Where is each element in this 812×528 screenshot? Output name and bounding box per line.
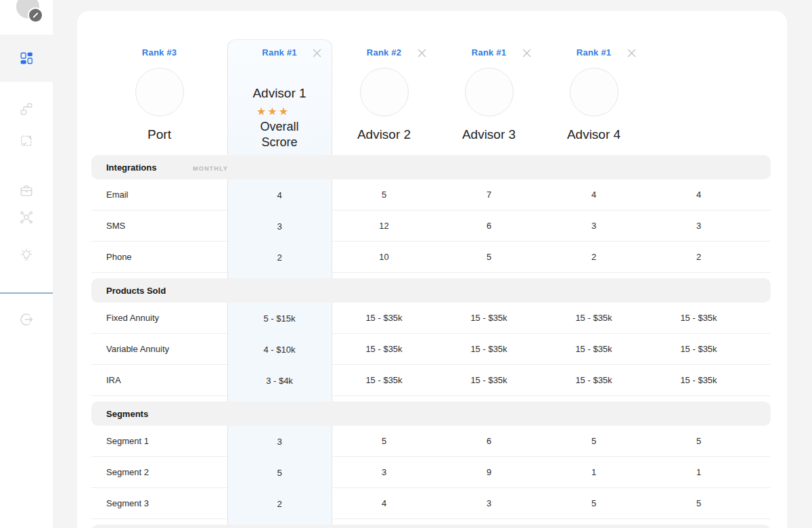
row-label: Segment 1 — [91, 426, 227, 457]
table-row: Segment 253911 — [91, 457, 771, 488]
briefcase-icon — [19, 183, 34, 198]
row-filler — [751, 365, 771, 396]
close-column-button[interactable] — [417, 48, 426, 58]
metric-value-cell: 5 — [227, 457, 332, 488]
metric-value-cell: 15 - $35k — [541, 334, 646, 365]
metric-value-cell: 4 — [227, 179, 332, 211]
edit-avatar-button[interactable] — [28, 7, 43, 23]
close-icon — [313, 49, 321, 58]
row-label: SMS — [91, 211, 227, 242]
metric-value-cell: 15 - $35k — [332, 365, 436, 396]
metric-value-cell: 15 - $35k — [332, 303, 436, 334]
section-header — [91, 525, 771, 528]
column-header-advisor-4: Rank #1Advisor 4 — [541, 39, 646, 155]
metric-value-cell: 4 — [332, 488, 436, 519]
metric-value-cell: 3 — [227, 426, 332, 457]
close-column-button[interactable] — [522, 48, 531, 58]
section-header: Products Sold — [91, 278, 771, 303]
table-row: Segment 135655 — [91, 426, 771, 457]
workflow-nodes-icon — [19, 102, 34, 116]
table-row: IRA3 - $4k15 - $35k15 - $35k15 - $35k15 … — [91, 365, 771, 396]
column-header-advisor-1: Rank #1Advisor 1★★★Overall Scrore — [227, 39, 332, 155]
metric-value-cell: 1 — [646, 457, 751, 488]
metric-value-cell: 4 — [541, 179, 646, 211]
metric-value-cell: 3 — [227, 211, 332, 242]
metric-value-cell: 15 - $35k — [436, 334, 541, 365]
table-row: SMS312633 — [91, 211, 771, 242]
sidebar-item-network[interactable] — [0, 198, 53, 236]
metric-value-cell: 4 — [646, 179, 751, 211]
section-title: Products Sold — [106, 286, 166, 296]
document-dashed-icon — [19, 133, 34, 148]
metric-value-cell: 5 — [646, 488, 751, 519]
metric-value-cell: 15 - $35k — [646, 334, 751, 365]
close-icon — [418, 49, 426, 58]
metric-value-cell: 3 — [436, 488, 541, 519]
sidebar-item-documents[interactable] — [0, 122, 53, 160]
metric-value-cell: 4 - $10k — [227, 334, 332, 365]
metric-value-cell: 5 — [646, 426, 751, 457]
avatar-circle — [135, 68, 184, 116]
metric-value-cell: 15 - $35k — [541, 365, 646, 396]
user-avatar[interactable] — [0, 0, 53, 32]
table-body: IntegrationsMONTHLYEmail45744SMS312633Ph… — [91, 155, 771, 528]
close-column-button[interactable] — [627, 48, 636, 58]
row-label: Segment 2 — [91, 457, 227, 488]
row-filler — [751, 488, 771, 519]
sidebar-item-ideas[interactable] — [0, 236, 53, 274]
column-headers-row: Rank #3PortRank #1Advisor 1★★★Overall Sc… — [91, 39, 771, 155]
sidebar-item-dashboard[interactable] — [0, 35, 53, 82]
header-filler — [646, 39, 751, 155]
close-icon — [627, 49, 636, 58]
metric-value-cell: 3 — [646, 211, 751, 242]
comparison-table: Rank #3PortRank #1Advisor 1★★★Overall Sc… — [91, 39, 771, 528]
row-filler — [751, 457, 771, 488]
row-filler — [751, 426, 771, 457]
metric-value-cell: 15 - $35k — [436, 365, 541, 396]
score-block: ★★★Overall Scrore — [256, 105, 302, 150]
metric-value-cell: 10 — [332, 242, 436, 273]
metric-value-cell: 15 - $35k — [332, 334, 436, 365]
table-row: Segment 324355 — [91, 488, 771, 519]
metric-value-cell: 3 - $4k — [227, 365, 332, 396]
comparison-card: Rank #3PortRank #1Advisor 1★★★Overall Sc… — [77, 11, 787, 528]
section-title: Segments — [106, 409, 148, 419]
advisor-name: Advisor 1 — [227, 86, 332, 101]
row-label: Variable Annuity — [91, 334, 227, 365]
logout-icon — [18, 311, 35, 328]
edit-pencil-icon — [32, 12, 39, 19]
metric-value-cell: 5 — [436, 242, 541, 273]
metric-value-cell: 5 - $15k — [227, 303, 332, 334]
close-column-button[interactable] — [312, 48, 321, 58]
metric-value-cell: 5 — [332, 179, 436, 211]
metric-value-cell: 15 - $35k — [646, 303, 751, 334]
metric-value-cell: 12 — [332, 211, 436, 242]
column-name: Advisor 4 — [541, 127, 646, 142]
table-row: Variable Annuity4 - $10k15 - $35k15 - $3… — [91, 334, 771, 365]
logout-button[interactable] — [0, 301, 53, 338]
row-filler — [751, 211, 771, 242]
avatar-circle — [360, 68, 409, 116]
close-icon — [522, 49, 531, 58]
metric-value-cell: 3 — [541, 211, 646, 242]
metric-value-cell: 2 — [541, 242, 646, 273]
metric-value-cell: 1 — [541, 457, 646, 488]
sidebar — [0, 0, 53, 528]
avatar-circle — [570, 68, 618, 116]
column-name: Advisor 3 — [436, 127, 541, 142]
column-name: Advisor 2 — [332, 127, 436, 142]
overall-score-label: Overall Scrore — [256, 119, 302, 150]
row-label: Segment 3 — [91, 488, 227, 519]
dashboard-grid-icon — [19, 51, 34, 66]
metric-value-cell: 5 — [332, 426, 436, 457]
column-name: Port — [91, 127, 227, 142]
metric-value-cell: 15 - $35k — [436, 303, 541, 334]
network-hub-icon — [19, 210, 34, 225]
metric-value-cell: 2 — [646, 242, 751, 273]
metric-value-cell: 3 — [332, 457, 436, 488]
metric-value-cell: 6 — [436, 211, 541, 242]
row-label: Phone — [91, 242, 227, 273]
star-rating-icon: ★★★ — [256, 105, 302, 118]
sidebar-divider — [0, 292, 53, 294]
column-header-port: Rank #3Port — [91, 39, 227, 155]
